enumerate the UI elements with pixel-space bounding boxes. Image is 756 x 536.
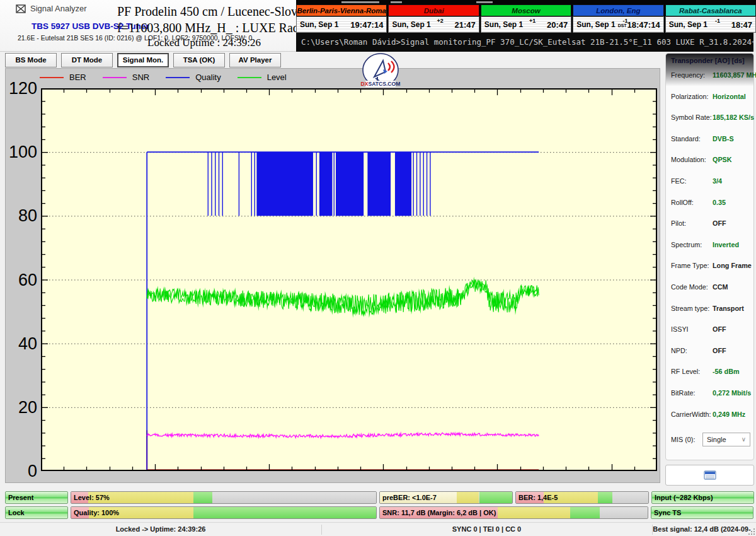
y-axis-label: 20 — [6, 399, 37, 416]
bar-ber: BER: 1,4E-5 — [515, 491, 649, 504]
tab-tsa[interactable]: TSA (OK) — [173, 53, 225, 67]
y-axis-label: 0 — [6, 462, 37, 480]
dxsatcs-logo: DXSATCS.COM — [360, 53, 401, 88]
sidebar-row-value: 3/4 — [713, 177, 750, 185]
sidebar-row: NPD:OFF — [671, 347, 750, 354]
sidebar-row-value: 0,272 Mbit/s — [713, 389, 751, 397]
logo-dx: DX — [361, 81, 369, 87]
transponder-sidebar: Transponder [AO] [ds] Frequency:11603,85… — [665, 53, 754, 460]
list-icon — [704, 470, 716, 480]
bar-label: preBER: <1.0E-7 — [382, 492, 437, 503]
sidebar-row: Frame Type:Long Frame — [671, 262, 750, 269]
clock-date: Sun, Sep 1 — [484, 20, 523, 29]
legend-label: Quality — [195, 73, 220, 82]
clock-dst-label: DST — [618, 23, 627, 28]
status-row-2: LockQuality: 100%SNR: 11,7 dB (Margin: 6… — [5, 506, 753, 519]
y-axis-label: 60 — [6, 271, 37, 289]
legend-label: Level — [267, 73, 287, 82]
mis-select[interactable]: Single ∨ — [702, 433, 750, 446]
tab-signal-mon[interactable]: Signal Mon. — [117, 53, 169, 67]
tab-av-player[interactable]: AV Player — [229, 53, 281, 67]
clock-time: 20:47 — [547, 20, 568, 30]
mis-label: MIS (0): — [671, 436, 695, 443]
sidebar-row-value: 11603,857 MHz — [713, 71, 756, 79]
statusbar-divider — [652, 525, 653, 535]
statusbar-best-signal: Best signal: 12,4 dB (2024-09-01 16:11) — [652, 523, 752, 536]
sidebar-row: RollOff:0.35 — [671, 199, 750, 206]
bar-label: BER: 1,4E-5 — [518, 492, 558, 503]
clock-utc-offset: +2 — [437, 18, 444, 24]
sidebar-row-label: FEC: — [671, 177, 713, 185]
mis-value: Single — [707, 436, 726, 443]
title-fragment — [476, 1, 493, 3]
sidebar-row-value: OFF — [713, 325, 750, 333]
clock-columns: Berlin-Paris-Vienna-RomaSun, Sep 119:47:… — [296, 4, 756, 33]
sidebar-row: Polarization:Horizontal — [671, 93, 750, 100]
clock-utc-offset: -1 — [715, 18, 720, 24]
sidebar-row-label: Polarization: — [671, 93, 713, 100]
clock-column-dubai: DubaiSun, Sep 121:47+2 — [387, 4, 479, 33]
clock-column-moscow: MoscowSun, Sep 120:47+1 — [479, 4, 571, 33]
bar-segment-green — [570, 507, 600, 518]
tab-bs-mode[interactable]: BS Mode — [5, 53, 57, 67]
clock-time: 18:47:14 — [627, 20, 660, 30]
sidebar-row-label: Code Mode: — [671, 283, 713, 291]
signal-analyzer-window: Signal Analyzer TBS 5927 USB DVB-S2 Tune… — [0, 0, 756, 536]
clock-date: Sun, Sep 1 — [669, 20, 707, 29]
legend-line-quality — [166, 77, 190, 78]
clock-date: Sun, Sep 1 — [300, 20, 338, 29]
sidebar-row: Modulation:QPSK — [671, 156, 750, 163]
status-row-1: PresentLevel: 57%preBER: <1.0E-7BER: 1,4… — [5, 491, 754, 504]
chart-legend: BERSNRQualityLevel — [40, 73, 303, 82]
clock-column-london: London, EngSun, Sep 118:47:14-1DST — [571, 4, 663, 33]
dish-location-text: PF Prodelin 450 cm / Lucenec-Slovakia — [117, 3, 291, 20]
bar-segment-yellow — [457, 492, 479, 503]
clock-time-cell: Sun, Sep 118:47-1 — [665, 16, 756, 33]
bar-preber: preBER: <1.0E-7 — [379, 491, 513, 504]
transponder-list-button[interactable] — [665, 465, 754, 486]
sidebar-row-label: Frequency: — [671, 71, 713, 79]
badge-present: Present — [5, 491, 68, 504]
sidebar-row-label: Frame Type: — [671, 262, 713, 269]
signal-chart-widget: BERSNRQualityLevel 020406080100120 — [5, 68, 660, 483]
locked-uptime-text: Locked Uptime : 24:39:26 — [117, 36, 291, 49]
badge-syncts: Sync TS — [651, 506, 753, 519]
command-prompt-window[interactable]: C:\Users\Roman Dávid>Signal monitoring_P… — [296, 33, 756, 52]
statusbar-divider — [321, 525, 322, 535]
clock-time-cell: Sun, Sep 121:47+2 — [388, 16, 479, 33]
badge-input: Input (~282 Kbps) — [651, 491, 754, 504]
sidebar-row-label: BitRate: — [671, 389, 713, 397]
clock-time-cell: Sun, Sep 120:47+1 — [481, 16, 571, 33]
statusbar: Locked -> Uptime: 24:39:26 SYNC 0 | TEI … — [0, 522, 756, 536]
frequency-text: f=11603,800 MHz_H_ : LUXE Radio — [117, 20, 291, 36]
window-title: Signal Analyzer — [30, 4, 87, 13]
title-fragment — [391, 1, 402, 3]
world-clock-panel[interactable]: Berlin-Paris-Vienna-RomaSun, Sep 119:47:… — [296, 0, 756, 33]
sidebar-row-value: OFF — [713, 219, 750, 227]
y-axis-label: 100 — [6, 143, 37, 161]
sidebar-row: Stream type:Transport — [671, 305, 750, 312]
tab-dt-mode[interactable]: DT Mode — [61, 53, 113, 67]
clock-time: 19:47:14 — [350, 20, 383, 30]
sidebar-row-value: Long Frame — [713, 262, 752, 269]
sidebar-row: Standard:DVB-S — [671, 135, 750, 143]
chevron-down-icon: ∨ — [742, 433, 746, 446]
cmd-scrollbar[interactable] — [753, 33, 756, 52]
sidebar-row-value: -56 dBm — [713, 368, 750, 375]
sidebar-row-label: Modulation: — [671, 156, 713, 163]
resize-grip[interactable] — [746, 526, 755, 535]
bar-segment-track — [212, 492, 376, 503]
bar-snr: SNR: 11,7 dB (Margin: 6,2 dB | OK) — [379, 506, 648, 519]
sidebar-row-value: Horizontal — [713, 93, 750, 100]
title-fragment — [341, 1, 379, 3]
sidebar-row-value: Inverted — [713, 241, 750, 248]
bar-label: Quality: 100% — [74, 507, 119, 518]
sidebar-row-label: ISSYI — [671, 325, 713, 333]
clock-city-label: Berlin-Paris-Vienna-Roma — [296, 4, 387, 16]
legend-line-snr — [103, 77, 127, 78]
clock-column-rabat: Rabat-CasablancaSun, Sep 118:47-1 — [664, 4, 756, 33]
sidebar-title: Transponder [AO] [ds] — [671, 57, 745, 64]
badge-lock: Lock — [5, 506, 68, 519]
bar-segment-green — [193, 492, 212, 503]
sidebar-row-value: OFF — [713, 347, 750, 354]
